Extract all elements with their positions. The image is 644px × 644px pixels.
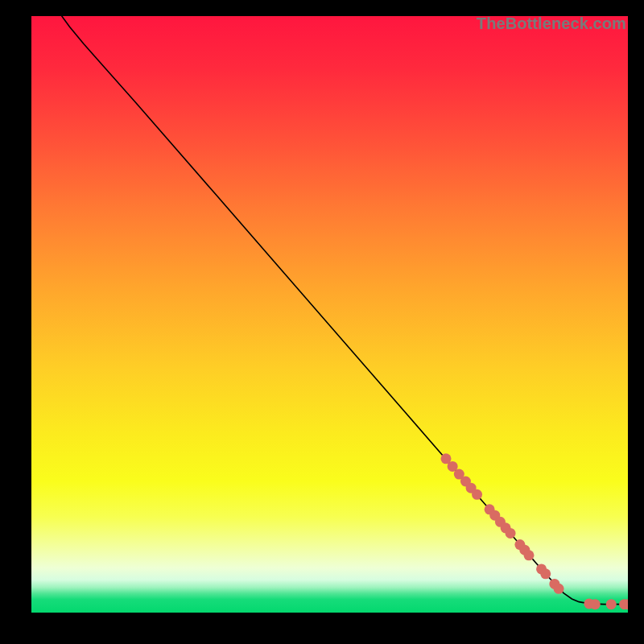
svg-point-14 bbox=[523, 550, 534, 560]
svg-point-11 bbox=[506, 528, 516, 539]
svg-point-16 bbox=[540, 568, 551, 579]
svg-rect-0 bbox=[31, 16, 628, 613]
svg-point-21 bbox=[606, 599, 617, 609]
attribution-text: TheBottleneck.com bbox=[477, 14, 626, 33]
chart-svg bbox=[31, 16, 628, 613]
chart-area: TheBottleneck.com bbox=[31, 16, 628, 613]
svg-point-18 bbox=[554, 584, 564, 594]
svg-point-20 bbox=[590, 599, 601, 609]
svg-point-6 bbox=[472, 489, 482, 500]
